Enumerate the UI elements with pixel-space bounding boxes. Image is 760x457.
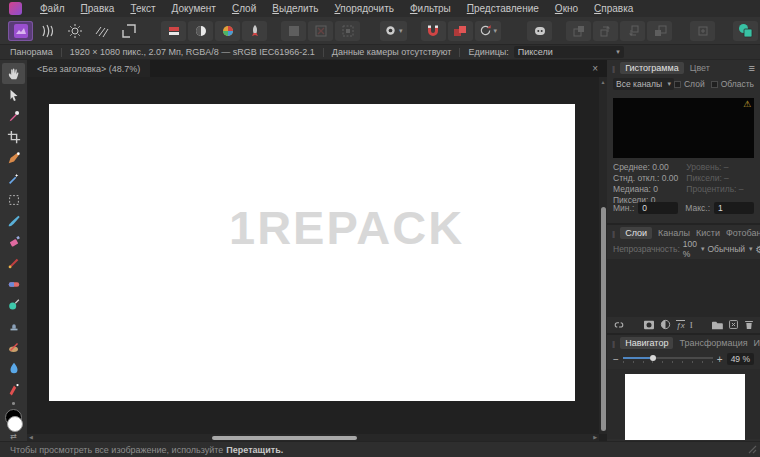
swap-colors-icon[interactable]: ⇄ (10, 432, 17, 441)
healing-brush-tool[interactable] (2, 336, 25, 357)
tab-histogram[interactable]: Гистограмма (620, 62, 684, 74)
layer-checkbox[interactable]: Слой (674, 79, 705, 89)
tab-navigator[interactable]: Навигатор (620, 337, 673, 349)
layer-effects-icon[interactable]: ƒx (676, 320, 684, 330)
menu-layer[interactable]: Слой (224, 3, 264, 14)
max-input[interactable]: 1 (714, 202, 754, 214)
dodge-burn-icon (7, 277, 21, 291)
tab-history[interactable]: История (754, 338, 760, 348)
paint-brush-tool[interactable] (2, 210, 25, 231)
units-value: Пиксели (518, 47, 553, 57)
min-input[interactable]: 0 (638, 202, 678, 214)
tab-brushes[interactable]: Кисти (696, 228, 720, 238)
layers-list[interactable] (607, 259, 760, 317)
scroll-right-icon[interactable]: ▶ (593, 434, 597, 441)
panel-grip-icon[interactable]: || (612, 64, 614, 73)
slices-button[interactable] (448, 21, 473, 41)
zoom-slider[interactable] (623, 354, 713, 364)
tab-transform[interactable]: Трансформация (679, 338, 747, 348)
color-swatches[interactable] (3, 409, 25, 430)
move-tool[interactable] (2, 84, 25, 105)
gear-icon[interactable]: ⚙ (756, 244, 760, 255)
snapping-button[interactable] (421, 21, 446, 41)
menu-window[interactable]: Окно (547, 3, 586, 14)
menu-filters[interactable]: Фильтры (402, 3, 459, 14)
checkbox-icon[interactable] (711, 81, 718, 88)
navigator-page-thumbnail[interactable] (625, 374, 745, 440)
paint-mixer-brush-tool[interactable] (2, 252, 25, 273)
selection-brush-tool[interactable] (2, 147, 25, 168)
zoom-in-button[interactable]: + (717, 354, 723, 365)
auto-levels-button[interactable] (161, 21, 186, 41)
crop-tool[interactable] (2, 126, 25, 147)
tab-stock[interactable]: Фотобанк (726, 228, 760, 238)
color-picker-tool[interactable] (2, 105, 25, 126)
checkbox-icon[interactable] (674, 81, 681, 88)
max-label: Макс.: (685, 203, 710, 213)
scroll-up-icon[interactable]: ▲ (601, 79, 606, 86)
opacity-dropdown[interactable]: 100 % ▾ (683, 239, 705, 259)
auto-colour-button[interactable] (215, 21, 240, 41)
mask-layer-icon[interactable] (643, 320, 655, 330)
live-filter-icon[interactable]: Ι (690, 320, 693, 330)
vertical-scrollbar[interactable]: ▲ (599, 77, 607, 434)
clone-stamp-tool[interactable] (2, 315, 25, 336)
sponge-tool[interactable] (2, 294, 25, 315)
zoom-out-button[interactable]: − (613, 354, 619, 365)
channels-dropdown[interactable]: Все каналы ▾ (613, 78, 674, 90)
close-icon[interactable]: × (592, 63, 598, 74)
tab-channels[interactable]: Каналы (658, 228, 690, 238)
group-layers-folder-icon[interactable] (711, 320, 723, 330)
vertical-scrollbar-thumb[interactable] (601, 207, 606, 431)
remove-box-icon[interactable] (728, 319, 739, 330)
menu-edit[interactable]: Правка (73, 3, 123, 14)
rotate-dropdown[interactable]: ▾ (475, 21, 502, 41)
menu-document[interactable]: Документ (164, 3, 224, 14)
sharpen-tool[interactable] (2, 378, 25, 399)
assistant-button[interactable] (527, 21, 552, 41)
panel-menu-icon[interactable]: ≡ (749, 62, 755, 74)
flood-select-tool[interactable] (2, 168, 25, 189)
zoom-value[interactable]: 49 % (727, 353, 754, 365)
pixel-brush-tool[interactable] (2, 231, 25, 252)
trash-icon[interactable] (744, 319, 754, 330)
warning-icon: ⚠ (743, 99, 751, 109)
canvas-page[interactable]: 1REPACK (49, 104, 575, 401)
area-checkbox[interactable]: Область (711, 79, 754, 89)
menu-text[interactable]: Текст (122, 3, 163, 14)
auto-white-balance-button[interactable] (242, 21, 267, 41)
link-layers-icon[interactable] (613, 319, 625, 330)
geometry-add-button[interactable] (733, 21, 758, 41)
adjustment-layer-icon[interactable] (660, 319, 671, 330)
menu-arrange[interactable]: Упорядочить (326, 3, 402, 14)
canvas-viewport[interactable]: 1REPACK (27, 77, 599, 434)
liquify-persona-button[interactable] (35, 21, 60, 41)
resize-grip-icon[interactable] (748, 445, 757, 454)
menu-view[interactable]: Представление (459, 3, 547, 14)
menu-help[interactable]: Справка (586, 3, 641, 14)
navigator-preview[interactable] (607, 369, 760, 439)
blur-tool[interactable] (2, 357, 25, 378)
panel-grip-icon[interactable]: || (612, 339, 614, 348)
blend-mode-dropdown[interactable]: Обычный ▾ (707, 244, 752, 254)
photo-persona-button[interactable] (8, 21, 33, 41)
tonemapping-persona-button[interactable] (89, 21, 114, 41)
dodge-burn-tool[interactable] (2, 273, 25, 294)
menu-file[interactable]: Файл (32, 3, 73, 14)
units-dropdown[interactable]: Пиксели ▾ (514, 46, 624, 58)
document-tab[interactable]: <Без заголовка> (48.7%) (27, 60, 150, 77)
tab-color[interactable]: Цвет (690, 63, 710, 73)
develop-persona-button[interactable] (62, 21, 87, 41)
fill-color-swatch[interactable] (7, 416, 23, 432)
view-mode-dropdown[interactable]: ▾ (380, 21, 407, 41)
horizontal-scrollbar-thumb[interactable] (212, 436, 357, 440)
export-persona-button[interactable] (116, 21, 141, 41)
scroll-left-icon[interactable]: ◀ (29, 434, 33, 441)
marquee-select-tool[interactable] (2, 189, 25, 210)
menu-select[interactable]: Выделить (264, 3, 326, 14)
panel-grip-icon[interactable]: || (612, 229, 614, 238)
auto-contrast-button[interactable] (188, 21, 213, 41)
view-tool[interactable] (2, 63, 25, 84)
horizontal-scrollbar[interactable]: ◀ ▶ (27, 434, 599, 441)
tab-layers[interactable]: Слои (620, 227, 652, 239)
